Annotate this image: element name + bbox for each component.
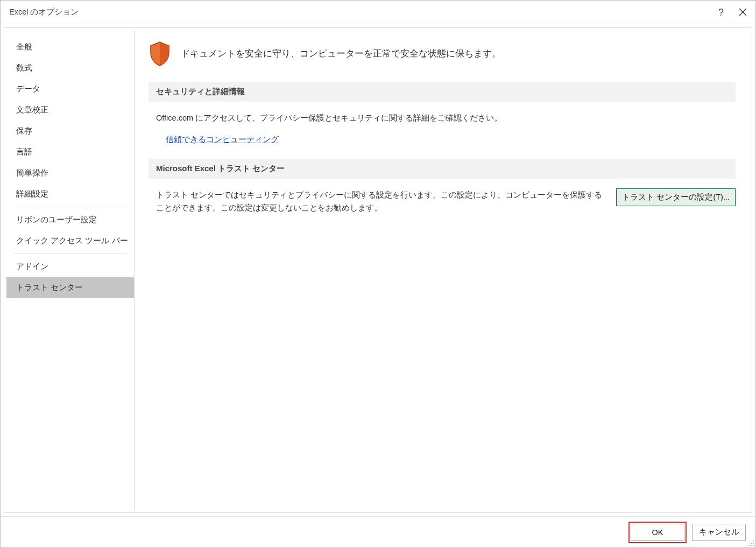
sidebar-item-save[interactable]: 保存 [6, 121, 134, 142]
main-area: 全般 数式 データ 文章校正 保存 言語 簡単操作 詳細設定 リボンのユーザー設… [1, 24, 755, 516]
svg-point-6 [751, 545, 752, 546]
help-icon[interactable]: ? [718, 8, 724, 17]
svg-point-5 [748, 545, 750, 546]
svg-point-7 [753, 545, 754, 546]
section-body-trust-center: トラスト センターではセキュリティとプライバシーに関する設定を行います。この設定… [149, 188, 736, 215]
ok-button[interactable]: OK [631, 524, 684, 541]
sidebar-item-label: 保存 [16, 126, 32, 135]
sidebar-item-label: 簡単操作 [16, 168, 48, 177]
svg-point-3 [751, 543, 752, 544]
sidebar-item-addins[interactable]: アドイン [6, 256, 134, 277]
sidebar-divider [14, 207, 126, 207]
panel-border: 全般 数式 データ 文章校正 保存 言語 簡単操作 詳細設定 リボンのユーザー設… [4, 27, 752, 513]
trustworthy-computing-link[interactable]: 信頼できるコンピューティング [166, 135, 279, 144]
trust-center-description: トラスト センターではセキュリティとプライバシーに関する設定を行います。この設定… [156, 188, 605, 215]
content-header: ドキュメントを安全に守り、コンピューターを正常で安全な状態に保ちます。 [149, 41, 736, 67]
sidebar-item-general[interactable]: 全般 [6, 37, 134, 58]
sidebar-item-accessibility[interactable]: 簡単操作 [6, 163, 134, 184]
sidebar-item-proofing[interactable]: 文章校正 [6, 100, 134, 121]
section-heading-trust-center: Microsoft Excel トラスト センター [149, 159, 736, 179]
section-body-security: Office.com にアクセスして、プライバシー保護とセキュリティに関する詳細… [149, 111, 736, 145]
titlebar: Excel のオプション ? [1, 1, 755, 24]
dialog-footer: OK キャンセル [1, 516, 755, 547]
sidebar-item-label: トラスト センター [16, 283, 83, 292]
content-pane: ドキュメントを安全に守り、コンピューターを正常で安全な状態に保ちます。 セキュリ… [135, 30, 750, 510]
sidebar-item-label: 文章校正 [16, 105, 48, 114]
sidebar-item-label: 詳細設定 [16, 189, 48, 198]
sidebar-item-label: アドイン [16, 262, 48, 271]
sidebar-item-label: クイック アクセス ツール バー [16, 236, 128, 245]
close-icon[interactable] [739, 8, 747, 16]
shield-icon [149, 41, 171, 67]
sidebar-item-label: 全般 [16, 42, 32, 51]
trust-center-settings-button[interactable]: トラスト センターの設定(T)... [616, 188, 736, 206]
sidebar-item-quick-access-toolbar[interactable]: クイック アクセス ツール バー [6, 230, 134, 251]
sidebar-item-label: データ [16, 84, 40, 93]
sidebar-item-trust-center[interactable]: トラスト センター [6, 277, 134, 298]
svg-point-2 [753, 540, 754, 542]
window-title: Excel のオプション [9, 7, 718, 17]
titlebar-controls: ? [718, 8, 747, 17]
content-header-text: ドキュメントを安全に守り、コンピューターを正常で安全な状態に保ちます。 [181, 48, 501, 60]
section-heading-security: セキュリティと詳細情報 [149, 82, 736, 102]
resize-grip-icon[interactable] [747, 539, 754, 546]
sidebar-item-formulas[interactable]: 数式 [6, 58, 134, 79]
security-description: Office.com にアクセスして、プライバシー保護とセキュリティに関する詳細… [156, 111, 736, 125]
sidebar-item-label: 数式 [16, 63, 32, 72]
svg-point-4 [753, 543, 754, 544]
sidebar: 全般 数式 データ 文章校正 保存 言語 簡単操作 詳細設定 リボンのユーザー設… [6, 30, 135, 510]
sidebar-item-data[interactable]: データ [6, 79, 134, 100]
cancel-button[interactable]: キャンセル [692, 524, 746, 541]
sidebar-item-label: 言語 [16, 147, 32, 156]
sidebar-item-language[interactable]: 言語 [6, 142, 134, 163]
sidebar-item-customize-ribbon[interactable]: リボンのユーザー設定 [6, 209, 134, 230]
sidebar-item-advanced[interactable]: 詳細設定 [6, 184, 134, 205]
sidebar-divider [14, 254, 126, 254]
sidebar-item-label: リボンのユーザー設定 [16, 215, 97, 224]
